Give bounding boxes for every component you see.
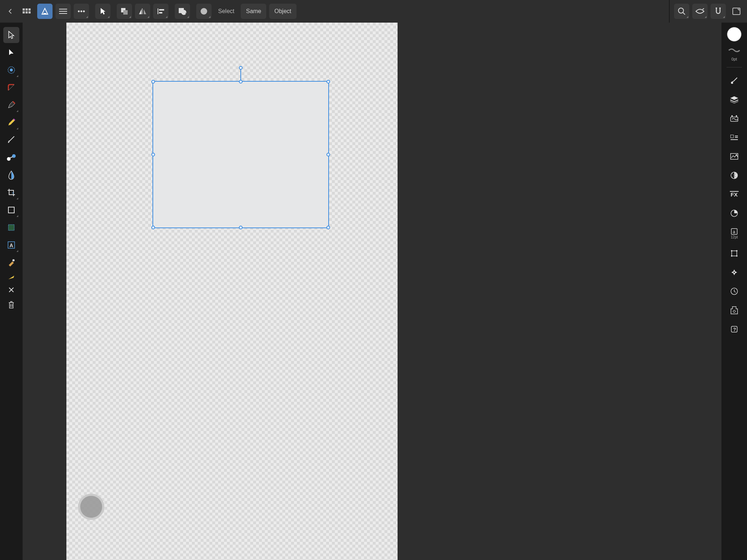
selected-rectangle[interactable]: [152, 81, 329, 228]
document-canvas[interactable]: [66, 23, 398, 560]
svg-rect-29: [8, 225, 14, 230]
canvas-area[interactable]: [23, 23, 721, 560]
fill-tool[interactable]: [3, 149, 19, 166]
boolean-ops-button[interactable]: +: [175, 4, 190, 19]
vector-brush-tool[interactable]: [3, 132, 19, 148]
left-toolbar: 4 A: [0, 23, 23, 560]
handle-tr[interactable]: [326, 80, 330, 83]
node-tool[interactable]: [3, 44, 19, 61]
svg-rect-34: [731, 117, 738, 121]
svg-point-51: [736, 250, 738, 252]
snapping-button[interactable]: [711, 4, 726, 19]
delete-tool[interactable]: [3, 297, 19, 313]
svg-rect-49: [732, 251, 737, 256]
handle-bc[interactable]: [239, 226, 243, 229]
select-same-button[interactable]: Same: [241, 4, 266, 19]
layers-panel-icon[interactable]: [727, 92, 742, 107]
svg-point-32: [12, 259, 15, 261]
shape-tool[interactable]: [3, 202, 19, 218]
handle-tc[interactable]: [239, 80, 243, 83]
svg-rect-38: [735, 136, 738, 136]
touch-modifier-control[interactable]: [78, 494, 104, 520]
close-tool[interactable]: [3, 284, 19, 295]
flip-button[interactable]: [135, 4, 150, 19]
handle-ml[interactable]: [151, 153, 155, 156]
svg-point-21: [678, 8, 684, 13]
handle-tl[interactable]: [151, 80, 155, 83]
transform-panel-icon[interactable]: [727, 246, 742, 261]
pen-tool[interactable]: [3, 97, 19, 113]
back-button[interactable]: [3, 4, 18, 19]
stock-panel-icon[interactable]: [727, 149, 742, 164]
svg-rect-1: [26, 8, 28, 11]
text-panel-icon[interactable]: [727, 130, 742, 145]
color-picker-tool[interactable]: [3, 254, 19, 271]
rotation-handle[interactable]: [239, 66, 243, 70]
insert-button[interactable]: [196, 4, 212, 19]
svg-rect-39: [735, 137, 738, 138]
stroke-width-label: 0pt: [731, 57, 737, 61]
navigator-panel-icon[interactable]: [727, 265, 742, 280]
svg-point-36: [736, 115, 737, 117]
character-panel-icon[interactable]: a 12pt: [727, 225, 742, 242]
svg-text:?: ?: [733, 327, 736, 332]
svg-rect-6: [59, 9, 67, 9]
move-cursor-toggle[interactable]: [95, 4, 111, 19]
top-toolbar: + Select Same Object: [0, 0, 747, 23]
handle-br[interactable]: [326, 226, 330, 229]
svg-text:a: a: [733, 229, 735, 234]
brushes-panel-icon[interactable]: [727, 73, 742, 88]
appearance-panel-icon[interactable]: [727, 168, 742, 183]
svg-rect-0: [23, 8, 25, 11]
point-transform-tool[interactable]: [3, 62, 19, 78]
svg-point-20: [201, 8, 207, 15]
handle-mr[interactable]: [326, 153, 330, 156]
pencil-tool[interactable]: [3, 114, 19, 131]
stroke-style-button[interactable]: [727, 46, 742, 55]
app-logo[interactable]: [37, 4, 53, 19]
document-menu-button[interactable]: [55, 4, 71, 19]
svg-point-50: [731, 250, 732, 252]
svg-point-24: [10, 69, 13, 71]
arrange-order-button[interactable]: [117, 4, 132, 19]
corner-tool[interactable]: [3, 79, 19, 96]
home-grid-button[interactable]: [19, 4, 34, 19]
svg-rect-5: [28, 11, 31, 13]
crop-tool[interactable]: 4: [3, 184, 19, 201]
fill-color-swatch[interactable]: [727, 27, 742, 42]
svg-point-52: [731, 255, 732, 257]
preview-button[interactable]: [692, 4, 708, 19]
svg-point-10: [81, 11, 82, 12]
svg-point-35: [731, 115, 733, 117]
select-label: Select: [214, 8, 238, 15]
svg-rect-28: [8, 207, 14, 213]
select-object-button[interactable]: Object: [269, 4, 296, 19]
svg-rect-16: [159, 12, 162, 13]
svg-rect-14: [158, 8, 158, 14]
styles-panel-icon[interactable]: [727, 206, 742, 221]
toggle-ui-button[interactable]: [729, 4, 744, 19]
svg-text:+: +: [185, 12, 187, 15]
align-button[interactable]: [153, 4, 169, 19]
right-studio: 0pt FX a 12pt ?: [721, 23, 747, 560]
history-panel-icon[interactable]: [727, 284, 742, 299]
transparency-tool[interactable]: [3, 167, 19, 183]
slice-tool[interactable]: [3, 272, 19, 283]
svg-rect-2: [28, 8, 31, 11]
more-menu-button[interactable]: [74, 4, 89, 19]
help-panel-icon[interactable]: ?: [727, 322, 742, 337]
svg-rect-13: [123, 10, 128, 15]
svg-rect-3: [23, 11, 25, 13]
svg-point-53: [736, 255, 738, 257]
zoom-button[interactable]: [674, 4, 689, 19]
text-tool[interactable]: A: [3, 237, 19, 253]
artboard-tool[interactable]: [3, 219, 19, 236]
object-label: Object: [274, 8, 291, 15]
preferences-panel-icon[interactable]: [727, 303, 742, 318]
move-tool[interactable]: [3, 27, 19, 43]
fx-panel-icon[interactable]: FX: [727, 187, 742, 202]
svg-rect-40: [731, 139, 738, 140]
svg-point-9: [78, 11, 80, 12]
handle-bl[interactable]: [151, 226, 155, 229]
adjustments-panel-icon[interactable]: [727, 111, 742, 126]
